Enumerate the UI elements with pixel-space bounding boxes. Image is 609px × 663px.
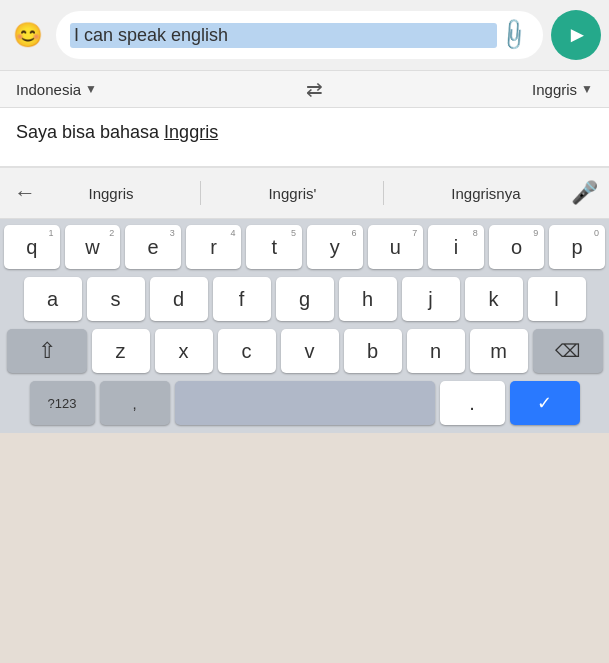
send-button[interactable]: ► — [551, 10, 601, 60]
shift-icon: ⇧ — [38, 338, 56, 364]
delete-icon: ⌫ — [555, 340, 580, 362]
key-g[interactable]: g — [276, 277, 334, 321]
swap-languages-button[interactable]: ⇄ — [306, 77, 323, 101]
send-icon: ► — [567, 22, 589, 48]
key-a[interactable]: a — [24, 277, 82, 321]
text-input-wrapper: I can speak english 📎 — [56, 11, 543, 59]
key-z[interactable]: z — [92, 329, 150, 373]
emoji-button[interactable]: 😊 — [8, 15, 48, 55]
key-u[interactable]: 7u — [368, 225, 424, 269]
key-x[interactable]: x — [155, 329, 213, 373]
lang-bar: Indonesia ▼ ⇄ Inggris ▼ — [0, 71, 609, 108]
source-language[interactable]: Indonesia ▼ — [16, 81, 97, 98]
enter-key[interactable]: ✓ — [510, 381, 580, 425]
text-input[interactable]: I can speak english — [70, 23, 497, 48]
key-b[interactable]: b — [344, 329, 402, 373]
delete-key[interactable]: ⌫ — [533, 329, 603, 373]
suggestions-list: Inggris Inggris' Inggrisnya — [50, 179, 559, 208]
keyboard-bottom-row: ?123 , . ✓ — [4, 381, 605, 425]
keyboard-row-2: a s d f g h j k l — [4, 277, 605, 321]
space-key[interactable] — [175, 381, 435, 425]
keyboard-row-3: ⇧ z x c v b n m ⌫ — [4, 329, 605, 373]
key-m[interactable]: m — [470, 329, 528, 373]
key-i[interactable]: 8i — [428, 225, 484, 269]
back-button[interactable]: ← — [0, 172, 50, 214]
numbers-key[interactable]: ?123 — [30, 381, 95, 425]
top-bar: 😊 I can speak english 📎 ► — [0, 0, 609, 71]
keyboard: 1q 2w 3e 4r 5t 6y 7u 8i 9o 0p a s d f g … — [0, 219, 609, 433]
key-n[interactable]: n — [407, 329, 465, 373]
key-k[interactable]: k — [465, 277, 523, 321]
key-w[interactable]: 2w — [65, 225, 121, 269]
key-o[interactable]: 9o — [489, 225, 545, 269]
source-lang-dropdown-icon: ▼ — [85, 82, 97, 96]
shift-key[interactable]: ⇧ — [7, 329, 87, 373]
period-key[interactable]: . — [440, 381, 505, 425]
key-j[interactable]: j — [402, 277, 460, 321]
mic-icon: 🎤 — [571, 180, 598, 206]
target-lang-dropdown-icon: ▼ — [581, 82, 593, 96]
key-q[interactable]: 1q — [4, 225, 60, 269]
translation-text: Saya bisa bahasa Inggris — [16, 122, 593, 143]
suggestion-divider-1 — [200, 181, 201, 205]
key-t[interactable]: 5t — [246, 225, 302, 269]
key-h[interactable]: h — [339, 277, 397, 321]
comma-key[interactable]: , — [100, 381, 170, 425]
key-v[interactable]: v — [281, 329, 339, 373]
key-l[interactable]: l — [528, 277, 586, 321]
keyboard-row-1: 1q 2w 3e 4r 5t 6y 7u 8i 9o 0p — [4, 225, 605, 269]
key-s[interactable]: s — [87, 277, 145, 321]
key-p[interactable]: 0p — [549, 225, 605, 269]
key-y[interactable]: 6y — [307, 225, 363, 269]
key-e[interactable]: 3e — [125, 225, 181, 269]
suggestion-divider-2 — [383, 181, 384, 205]
translation-box: Saya bisa bahasa Inggris — [0, 108, 609, 168]
clip-button[interactable]: 📎 — [490, 12, 535, 57]
suggestion-item-3[interactable]: Inggrisnya — [441, 179, 530, 208]
key-r[interactable]: 4r — [186, 225, 242, 269]
key-f[interactable]: f — [213, 277, 271, 321]
suggestion-bar: ← Inggris Inggris' Inggrisnya 🎤 — [0, 168, 609, 219]
key-c[interactable]: c — [218, 329, 276, 373]
suggestion-item-1[interactable]: Inggris — [78, 179, 143, 208]
suggestion-item-2[interactable]: Inggris' — [258, 179, 326, 208]
mic-button[interactable]: 🎤 — [559, 172, 609, 214]
key-d[interactable]: d — [150, 277, 208, 321]
target-language[interactable]: Inggris ▼ — [532, 81, 593, 98]
